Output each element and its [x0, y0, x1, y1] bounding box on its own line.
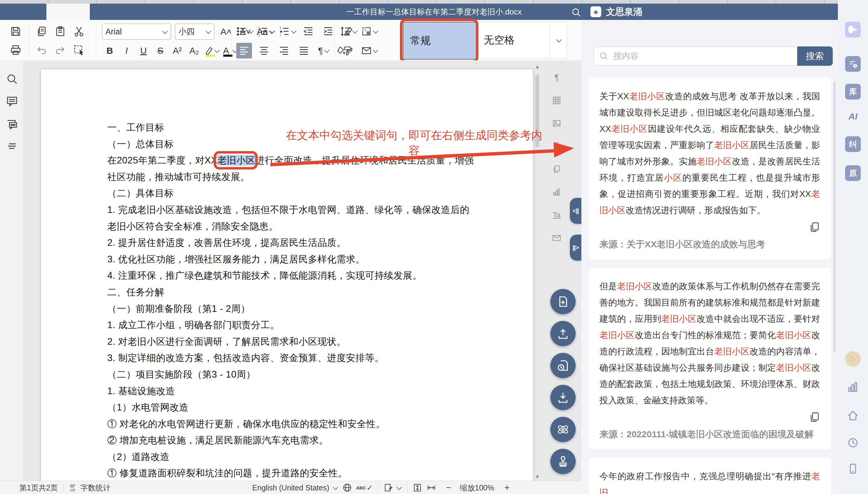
strikethrough-button[interactable]: S: [153, 43, 168, 58]
undo-button[interactable]: [34, 42, 50, 58]
redo-button[interactable]: [53, 42, 68, 58]
envelope-button[interactable]: [361, 43, 378, 58]
library-icon[interactable]: 库: [845, 84, 861, 99]
phone-icon[interactable]: [845, 461, 861, 476]
upload-fab[interactable]: [550, 321, 576, 346]
cut-button[interactable]: [71, 23, 87, 39]
panel-scrollbar[interactable]: [833, 81, 836, 353]
globe-icon[interactable]: [342, 483, 352, 493]
ai-icon[interactable]: AI: [845, 109, 861, 124]
bullet-list-button[interactable]: [236, 23, 254, 39]
zoom-level[interactable]: 缩放100%: [460, 483, 494, 493]
chevron-down-icon: [248, 28, 254, 34]
underline-button[interactable]: U: [136, 43, 151, 58]
copy-button[interactable]: [34, 23, 50, 39]
style-gallery-expand[interactable]: [550, 22, 567, 58]
text-tool-icon[interactable]: Ta: [552, 210, 562, 220]
superscript-button[interactable]: A²: [170, 43, 185, 58]
font-color-button[interactable]: A: [221, 43, 237, 58]
menu-tab[interactable]: [3, 4, 46, 20]
align-right-button[interactable]: [276, 43, 292, 58]
download-fab[interactable]: [550, 385, 576, 410]
bold-button[interactable]: B: [102, 43, 118, 58]
collapse-panel-pill[interactable]: <||: [570, 198, 581, 224]
print-button[interactable]: [8, 42, 23, 58]
save-button[interactable]: [8, 23, 23, 39]
zoom-in-button[interactable]: +: [504, 482, 510, 493]
clock-icon[interactable]: [845, 435, 861, 451]
copy-icon[interactable]: [809, 221, 820, 233]
align-left-button[interactable]: [236, 43, 252, 58]
style-no-spacing[interactable]: 无空格: [477, 22, 550, 58]
subscript-button[interactable]: A₂: [186, 43, 202, 58]
view-mode-button[interactable]: [384, 483, 402, 492]
scroll-down-icon[interactable]: ▼: [534, 473, 541, 481]
paste-button[interactable]: [53, 23, 68, 39]
decrease-indent-button[interactable]: [300, 23, 316, 39]
toolbar-separator: [29, 24, 29, 56]
style-normal[interactable]: 常规: [403, 22, 477, 60]
proofread-icon[interactable]: 纠: [845, 136, 861, 152]
paragraph-tool-icon[interactable]: ¶: [552, 72, 562, 83]
font-size-select[interactable]: 小四: [175, 23, 215, 40]
chat-review-icon[interactable]: [6, 118, 18, 131]
multilevel-list-button[interactable]: 1i: [279, 23, 296, 39]
history-fab[interactable]: [550, 353, 576, 378]
collapse-sidebar-icon[interactable]: [845, 22, 861, 37]
language-selector[interactable]: English (United States): [252, 483, 338, 492]
scroll-up-icon[interactable]: ▲: [534, 63, 541, 71]
stats-icon[interactable]: [845, 379, 861, 395]
paragraph-mark-button[interactable]: ¶: [316, 43, 332, 58]
select-tool-button[interactable]: [71, 42, 87, 58]
comment-icon[interactable]: [6, 95, 18, 107]
italic-button[interactable]: I: [119, 43, 134, 58]
menu-tab[interactable]: [220, 4, 263, 20]
annotation-caption: 在文本中勾选关键词句，即可在右侧生成同类参考内 容: [262, 128, 566, 158]
highlight-color-button[interactable]: [203, 43, 220, 58]
search-button[interactable]: 搜索: [797, 46, 833, 66]
justify-button[interactable]: [296, 43, 312, 58]
summary-card-icon[interactable]: [845, 56, 861, 72]
outline-icon[interactable]: [6, 141, 18, 153]
borders-button[interactable]: [361, 23, 378, 39]
menu-tab[interactable]: [133, 4, 177, 20]
doc-scrollbar[interactable]: ▲ ▼: [534, 63, 541, 481]
doc-line: 二、任务分解: [107, 284, 529, 301]
fit-page-button[interactable]: [413, 483, 422, 492]
word-count-button[interactable]: 123 字数统计: [69, 483, 111, 493]
copy-tool-icon[interactable]: [552, 164, 562, 174]
new-doc-fab[interactable]: [550, 289, 576, 314]
cookie-icon[interactable]: [845, 351, 861, 367]
home-icon[interactable]: [845, 408, 861, 423]
format-painter-button[interactable]: [340, 43, 356, 58]
menu-tab[interactable]: [46, 4, 90, 20]
image-tool-icon[interactable]: [552, 118, 562, 129]
zoom-out-button[interactable]: −: [446, 482, 452, 493]
numbered-list-button[interactable]: 123: [258, 23, 275, 39]
original-icon[interactable]: 原: [845, 165, 861, 181]
find-icon[interactable]: [6, 73, 18, 85]
document-area: 一、工作目标（一）总体目标在2025年第二季度，对XX老旧小区进行全面改造，提升…: [24, 60, 581, 481]
font-name-select[interactable]: Arial: [102, 23, 171, 40]
spellcheck-icon[interactable]: ABC✓: [356, 483, 373, 492]
clear-format-button[interactable]: [340, 23, 356, 39]
doc-line: （二）具体目标: [107, 185, 529, 202]
wensi-panel: 搜索 关于XX老旧小区改造的成效与思考 改革开放以来，我国城市建设取得长足进步，…: [581, 20, 838, 494]
copy-icon[interactable]: [809, 411, 820, 423]
stamp-fab[interactable]: [550, 449, 576, 474]
doc-line: 1. 基础设施改造: [107, 383, 529, 400]
align-center-button[interactable]: [256, 43, 272, 58]
menu-tab[interactable]: [263, 4, 307, 20]
search-input[interactable]: [593, 46, 797, 66]
increase-font-button[interactable]: A˄: [218, 24, 234, 39]
fit-width-button[interactable]: [427, 483, 436, 492]
menu-tab[interactable]: [90, 4, 133, 20]
mail-tool-icon[interactable]: [552, 233, 562, 243]
chart-tool-icon[interactable]: [552, 187, 562, 197]
style-gallery: 常规 无空格: [403, 22, 567, 58]
expand-panel-pill[interactable]: ||>: [570, 235, 581, 261]
menu-tab[interactable]: [177, 4, 220, 20]
ai-lab-fab[interactable]: [550, 417, 576, 442]
chevron-down-icon: [291, 28, 296, 34]
table-tool-icon[interactable]: [552, 95, 562, 106]
